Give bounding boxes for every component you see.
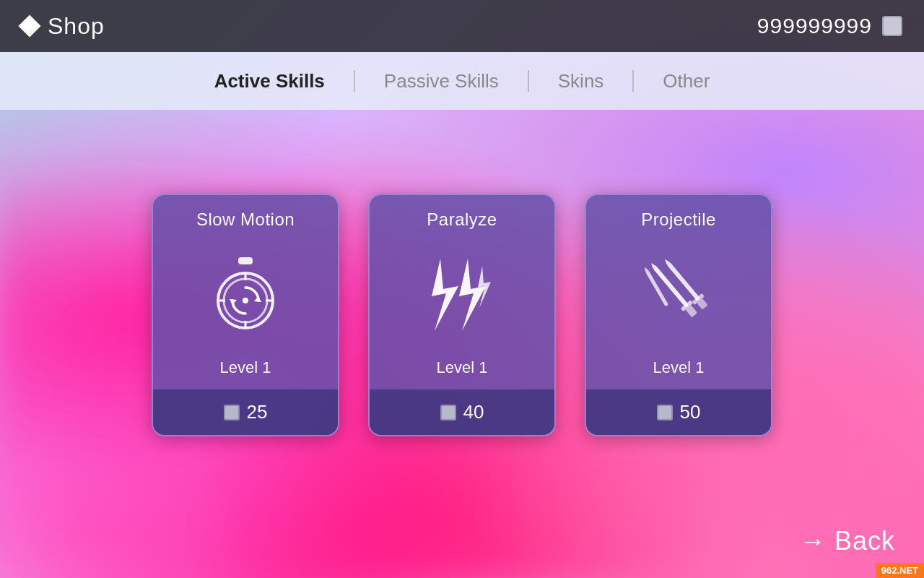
watermark: 962.NET xyxy=(876,563,924,578)
stopwatch-icon xyxy=(202,251,289,338)
card-projectile-level: Level 1 xyxy=(653,353,705,389)
price-cube-icon-3 xyxy=(657,405,673,420)
svg-rect-17 xyxy=(667,262,700,301)
lightning-icon xyxy=(419,251,505,338)
currency-amount: 999999999 xyxy=(757,14,872,38)
svg-rect-0 xyxy=(238,257,253,264)
card-paralyze-title: Paralyze xyxy=(419,195,504,237)
card-projectile-title: Projectile xyxy=(634,195,723,237)
price-cube-icon-1 xyxy=(224,405,240,420)
topbar-right: 999999999 xyxy=(757,14,902,38)
card-slow-motion-icon-area xyxy=(153,237,338,353)
tab-other[interactable]: Other xyxy=(634,52,738,110)
card-slow-motion[interactable]: Slow Motion xyxy=(152,194,339,436)
topbar: Shop 999999999 xyxy=(0,0,924,52)
back-label: Back xyxy=(834,526,895,556)
back-button[interactable]: → Back xyxy=(800,526,895,556)
tab-skins[interactable]: Skins xyxy=(529,52,633,110)
knives-icon xyxy=(635,251,722,338)
card-paralyze-icon-area xyxy=(370,237,554,353)
card-paralyze[interactable]: Paralyze Level 1 40 xyxy=(368,194,556,436)
svg-point-9 xyxy=(243,298,248,303)
shop-title: Shop xyxy=(48,13,105,40)
svg-marker-8 xyxy=(230,299,237,305)
svg-marker-10 xyxy=(432,259,458,331)
card-paralyze-price[interactable]: 40 xyxy=(370,389,554,435)
back-arrow-icon: → xyxy=(800,526,826,556)
price-cube-icon-2 xyxy=(440,405,456,420)
card-slow-motion-price[interactable]: 25 xyxy=(153,389,338,435)
svg-rect-21 xyxy=(645,270,668,306)
card-projectile-price[interactable]: 50 xyxy=(586,389,771,435)
card-paralyze-level: Level 1 xyxy=(437,353,488,389)
svg-marker-7 xyxy=(254,296,261,302)
card-slow-motion-price-amount: 25 xyxy=(247,401,268,423)
tabbar: Active Skills Passive Skills Skins Other xyxy=(0,52,924,110)
tab-active-skills[interactable]: Active Skills xyxy=(186,52,354,110)
topbar-left: Shop xyxy=(22,13,105,40)
tab-passive-skills[interactable]: Passive Skills xyxy=(355,52,528,110)
card-projectile-icon-area xyxy=(586,237,771,353)
card-projectile[interactable]: Projectile xyxy=(585,194,772,436)
card-slow-motion-level: Level 1 xyxy=(220,353,271,389)
card-projectile-price-amount: 50 xyxy=(680,401,701,423)
card-slow-motion-title: Slow Motion xyxy=(189,195,302,237)
cards-area: Slow Motion xyxy=(0,110,924,578)
diamond-icon xyxy=(18,14,40,37)
card-paralyze-price-amount: 40 xyxy=(463,401,484,423)
currency-cube-icon xyxy=(882,16,902,36)
svg-rect-13 xyxy=(653,266,689,307)
